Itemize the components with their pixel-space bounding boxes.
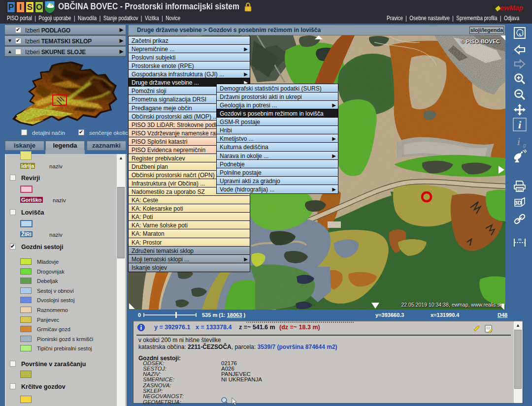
svg-text:i: i <box>517 136 520 147</box>
svg-text:i: i <box>518 119 522 131</box>
svg-text:m: m <box>518 237 522 242</box>
svg-text:3D: 3D <box>514 200 522 206</box>
svg-text:g: g <box>523 143 526 148</box>
